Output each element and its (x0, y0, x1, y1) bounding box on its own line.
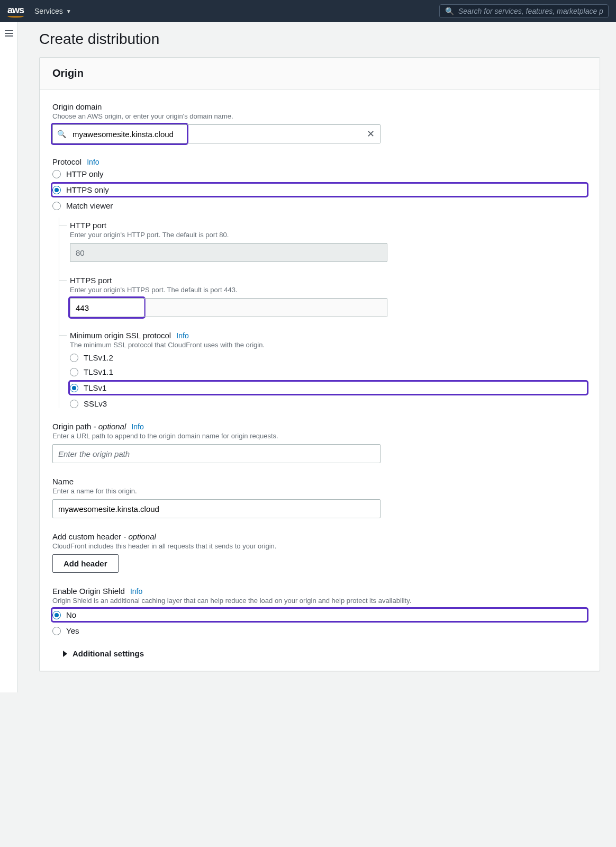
left-collapse-bar (0, 22, 18, 692)
additional-settings-label: Additional settings (73, 649, 144, 658)
origin-domain-desc: Choose an AWS origin, or enter your orig… (52, 112, 587, 120)
field-protocol: Protocol Info HTTP only HTTPS only Match… (52, 157, 587, 408)
origin-shield-label: Enable Origin Shield Info (52, 587, 587, 596)
field-origin-name: Name Enter a name for this origin. (52, 477, 587, 518)
search-icon: 🔍 (445, 7, 454, 15)
origin-shield-desc: Origin Shield is an additional caching l… (52, 597, 587, 605)
field-custom-header: Add custom header - optional CloudFront … (52, 532, 587, 573)
field-min-ssl: Minimum origin SSL protocol Info The min… (70, 328, 587, 408)
field-origin-shield: Enable Origin Shield Info Origin Shield … (52, 587, 587, 635)
https-port-label: HTTPS port (70, 276, 587, 285)
origin-panel: Origin Origin domain Choose an AWS origi… (39, 57, 600, 671)
origin-domain-label: Origin domain (52, 102, 587, 111)
origin-panel-title: Origin (52, 67, 587, 79)
min-ssl-info-link[interactable]: Info (176, 331, 188, 340)
origin-name-input[interactable] (52, 499, 381, 518)
protocol-label: Protocol Info (52, 157, 587, 166)
radio-tls12[interactable]: TLSv1.2 (70, 353, 587, 362)
origin-path-label: Origin path - optional Info (52, 422, 587, 431)
field-http-port: HTTP port Enter your origin's HTTP port.… (70, 218, 587, 262)
radio-http-only[interactable]: HTTP only (52, 169, 587, 178)
min-ssl-desc: The minimum SSL protocol that CloudFront… (70, 341, 587, 349)
https-port-input[interactable] (70, 298, 144, 317)
chevron-down-icon: ▼ (66, 8, 71, 14)
radio-tls11[interactable]: TLSv1.1 (70, 367, 587, 376)
https-port-desc: Enter your origin's HTTPS port. The defa… (70, 286, 587, 294)
hamburger-icon[interactable] (5, 29, 13, 38)
origin-path-desc: Enter a URL path to append to the origin… (52, 432, 587, 440)
origin-name-label: Name (52, 477, 587, 486)
radio-https-only[interactable]: HTTPS only (52, 185, 579, 194)
page-title: Create distribution (39, 31, 600, 48)
field-origin-path: Origin path - optional Info Enter a URL … (52, 422, 587, 463)
aws-logo: aws (7, 5, 24, 17)
origin-path-info-link[interactable]: Info (131, 422, 143, 431)
radio-shield-no[interactable]: No (52, 610, 579, 619)
protocol-subfields: HTTP port Enter your origin's HTTP port.… (59, 218, 587, 408)
additional-settings-toggle[interactable]: Additional settings (63, 649, 587, 658)
custom-header-desc: CloudFront includes this header in all r… (52, 542, 587, 550)
origin-domain-input[interactable] (70, 125, 187, 143)
origin-shield-info-link[interactable]: Info (130, 587, 142, 596)
field-https-port: HTTPS port Enter your origin's HTTPS por… (70, 273, 587, 317)
http-port-input (70, 243, 387, 262)
origin-panel-header: Origin (40, 58, 600, 89)
min-ssl-label: Minimum origin SSL protocol Info (70, 331, 587, 340)
field-origin-domain: Origin domain Choose an AWS origin, or e… (52, 102, 587, 143)
custom-header-label: Add custom header - optional (52, 532, 587, 541)
http-port-desc: Enter your origin's HTTP port. The defau… (70, 231, 587, 239)
services-menu[interactable]: Services ▼ (34, 7, 71, 15)
top-navbar: aws Services ▼ 🔍 (0, 0, 616, 22)
radio-shield-yes[interactable]: Yes (52, 626, 587, 635)
radio-sslv3[interactable]: SSLv3 (70, 399, 587, 408)
protocol-info-link[interactable]: Info (87, 158, 99, 166)
radio-match-viewer[interactable]: Match viewer (52, 201, 587, 210)
search-icon: 🔍 (57, 130, 66, 138)
origin-path-input[interactable] (52, 444, 381, 463)
services-label: Services (34, 7, 63, 15)
global-search-input[interactable] (458, 7, 603, 15)
http-port-label: HTTP port (70, 221, 587, 230)
https-port-input-ext (144, 298, 387, 317)
global-search[interactable]: 🔍 (439, 4, 609, 18)
radio-tls1[interactable]: TLSv1 (70, 383, 579, 392)
clear-icon[interactable]: ✕ (361, 128, 380, 140)
caret-right-icon (63, 651, 67, 657)
add-header-button[interactable]: Add header (52, 554, 119, 573)
origin-name-desc: Enter a name for this origin. (52, 487, 587, 495)
